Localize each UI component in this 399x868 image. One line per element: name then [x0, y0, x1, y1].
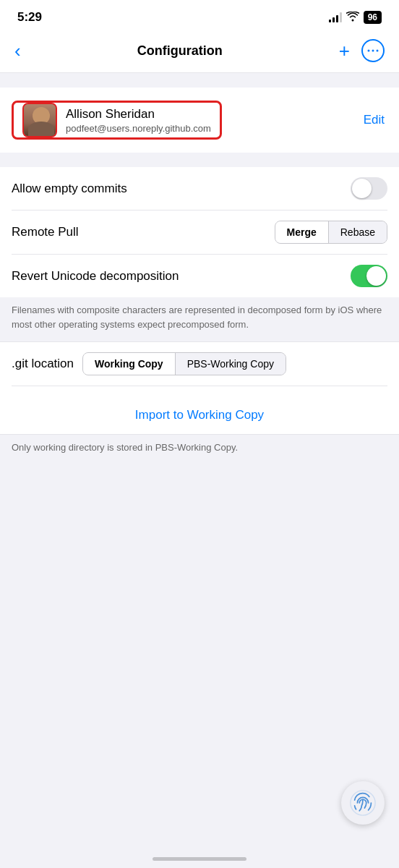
status-time: 5:29 [17, 10, 42, 25]
rebase-option[interactable]: Rebase [328, 221, 387, 243]
section-gap-1 [0, 73, 399, 88]
settings-section: Allow empty commits Remote Pull Merge Re… [0, 167, 399, 297]
svg-point-1 [372, 50, 374, 52]
user-name: Allison Sheridan [66, 107, 211, 122]
allow-empty-commits-row: Allow empty commits [12, 167, 387, 210]
git-location-segmented[interactable]: Working Copy PBS-Working Copy [82, 352, 286, 375]
revert-unicode-label: Revert Unicode decomposition [12, 269, 179, 284]
revert-unicode-row: Revert Unicode decomposition [12, 255, 387, 297]
allow-empty-commits-toggle[interactable] [351, 177, 387, 200]
remote-pull-segmented[interactable]: Merge Rebase [275, 221, 388, 244]
git-location-note: Only working directory is stored in PBS-… [0, 435, 399, 465]
user-card-highlight: Allison Sheridan podfeet@users.noreply.g… [12, 101, 222, 140]
status-bar: 5:29 96 [0, 0, 399, 30]
toggle-knob-unicode [366, 266, 386, 286]
allow-empty-commits-label: Allow empty commits [12, 182, 127, 196]
remote-pull-label: Remote Pull [12, 225, 79, 239]
toggle-knob [352, 179, 372, 198]
import-link[interactable]: Import to Working Copy [135, 408, 264, 422]
battery-badge: 96 [364, 11, 382, 24]
git-location-section: .git location Working Copy PBS-Working C… [0, 342, 399, 396]
nav-actions: + [339, 39, 385, 62]
unicode-description: Filenames with composite characters are … [0, 297, 399, 341]
user-email: podfeet@users.noreply.github.com [66, 123, 211, 134]
fingerprint-button[interactable] [341, 781, 385, 825]
user-card-section: Allison Sheridan podfeet@users.noreply.g… [0, 88, 399, 153]
more-button[interactable] [361, 39, 385, 62]
fingerprint-icon [349, 789, 377, 817]
remote-pull-row: Remote Pull Merge Rebase [12, 210, 387, 255]
home-indicator [153, 857, 246, 861]
avatar [22, 103, 57, 137]
wifi-icon [346, 12, 359, 24]
edit-button[interactable]: Edit [364, 113, 385, 127]
add-button[interactable]: + [339, 41, 350, 60]
user-text: Allison Sheridan podfeet@users.noreply.g… [66, 107, 211, 134]
page-title: Configuration [137, 43, 223, 59]
revert-unicode-toggle[interactable] [351, 265, 387, 287]
signal-icon [329, 12, 342, 22]
svg-point-0 [368, 50, 370, 52]
merge-option[interactable]: Merge [275, 221, 328, 243]
git-location-label: .git location [12, 357, 74, 371]
status-icons: 96 [329, 11, 382, 24]
import-row: Import to Working Copy [0, 396, 399, 435]
git-location-row: .git location Working Copy PBS-Working C… [12, 352, 387, 386]
svg-point-2 [377, 50, 379, 52]
pbs-working-copy-option[interactable]: PBS-Working Copy [175, 353, 286, 375]
working-copy-option[interactable]: Working Copy [83, 353, 175, 375]
back-button[interactable]: ‹ [14, 41, 21, 60]
nav-bar: ‹ Configuration + [0, 30, 399, 72]
section-gap-2 [0, 153, 399, 167]
